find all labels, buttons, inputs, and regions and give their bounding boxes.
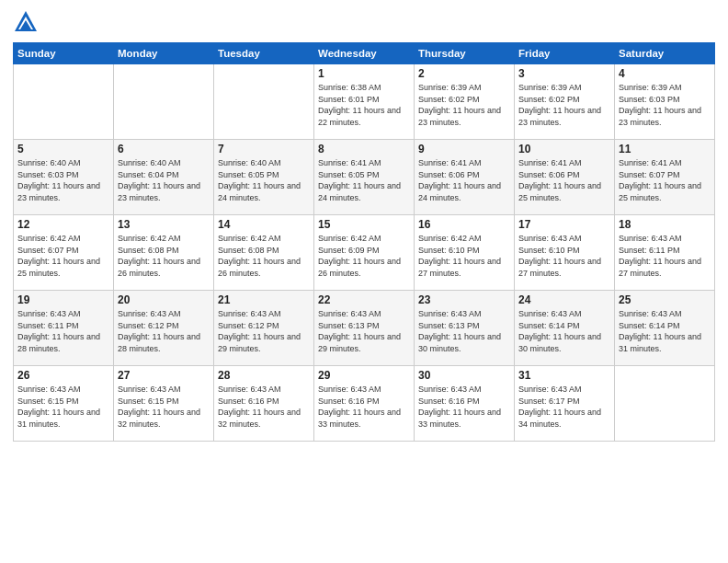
calendar-cell: 24Sunrise: 6:43 AMSunset: 6:14 PMDayligh…	[515, 291, 615, 366]
day-number: 6	[118, 143, 210, 155]
calendar-cell: 16Sunrise: 6:42 AMSunset: 6:10 PMDayligh…	[415, 215, 515, 291]
day-info: Sunrise: 6:43 AMSunset: 6:12 PMDaylight:…	[218, 308, 310, 354]
calendar-cell	[114, 64, 214, 140]
day-number: 7	[218, 143, 310, 155]
day-number: 22	[318, 293, 410, 306]
calendar-cell: 18Sunrise: 6:43 AMSunset: 6:11 PMDayligh…	[615, 215, 715, 291]
calendar-cell	[214, 64, 314, 140]
day-info: Sunrise: 6:43 AMSunset: 6:11 PMDaylight:…	[17, 308, 109, 354]
calendar-header-thursday: Thursday	[415, 43, 515, 64]
day-info: Sunrise: 6:41 AMSunset: 6:06 PMDaylight:…	[518, 157, 610, 203]
header	[13, 9, 715, 35]
calendar-cell: 9Sunrise: 6:41 AMSunset: 6:06 PMDaylight…	[415, 140, 515, 215]
day-info: Sunrise: 6:40 AMSunset: 6:03 PMDaylight:…	[17, 157, 109, 203]
day-number: 16	[418, 218, 510, 231]
day-number: 8	[318, 143, 410, 155]
calendar-week-row: 1Sunrise: 6:38 AMSunset: 6:01 PMDaylight…	[14, 64, 715, 140]
calendar-cell: 29Sunrise: 6:43 AMSunset: 6:16 PMDayligh…	[314, 366, 415, 442]
day-info: Sunrise: 6:43 AMSunset: 6:13 PMDaylight:…	[318, 308, 410, 354]
calendar-cell: 23Sunrise: 6:43 AMSunset: 6:13 PMDayligh…	[415, 291, 515, 366]
calendar-header-tuesday: Tuesday	[214, 43, 314, 64]
day-info: Sunrise: 6:43 AMSunset: 6:15 PMDaylight:…	[118, 384, 210, 430]
day-number: 1	[318, 67, 410, 80]
calendar-cell: 13Sunrise: 6:42 AMSunset: 6:08 PMDayligh…	[114, 215, 214, 291]
day-info: Sunrise: 6:43 AMSunset: 6:16 PMDaylight:…	[318, 384, 410, 430]
day-number: 28	[218, 369, 310, 382]
calendar-week-row: 5Sunrise: 6:40 AMSunset: 6:03 PMDaylight…	[14, 140, 715, 215]
day-info: Sunrise: 6:42 AMSunset: 6:07 PMDaylight:…	[17, 233, 109, 279]
calendar-cell: 31Sunrise: 6:43 AMSunset: 6:17 PMDayligh…	[515, 366, 615, 442]
calendar-cell: 25Sunrise: 6:43 AMSunset: 6:14 PMDayligh…	[615, 291, 715, 366]
day-number: 25	[619, 293, 711, 306]
day-number: 30	[418, 369, 510, 382]
calendar-header-saturday: Saturday	[615, 43, 715, 64]
day-info: Sunrise: 6:39 AMSunset: 6:03 PMDaylight:…	[619, 82, 711, 128]
calendar-cell: 14Sunrise: 6:42 AMSunset: 6:08 PMDayligh…	[214, 215, 314, 291]
calendar-cell: 26Sunrise: 6:43 AMSunset: 6:15 PMDayligh…	[14, 366, 114, 442]
calendar-cell: 27Sunrise: 6:43 AMSunset: 6:15 PMDayligh…	[114, 366, 214, 442]
page: SundayMondayTuesdayWednesdayThursdayFrid…	[0, 0, 728, 563]
calendar-cell: 5Sunrise: 6:40 AMSunset: 6:03 PMDaylight…	[14, 140, 114, 215]
day-info: Sunrise: 6:43 AMSunset: 6:10 PMDaylight:…	[518, 233, 610, 279]
day-info: Sunrise: 6:39 AMSunset: 6:02 PMDaylight:…	[518, 82, 610, 128]
day-number: 17	[518, 218, 610, 231]
day-info: Sunrise: 6:43 AMSunset: 6:14 PMDaylight:…	[518, 308, 610, 354]
day-info: Sunrise: 6:42 AMSunset: 6:09 PMDaylight:…	[318, 233, 410, 279]
day-info: Sunrise: 6:42 AMSunset: 6:10 PMDaylight:…	[418, 233, 510, 279]
calendar-week-row: 26Sunrise: 6:43 AMSunset: 6:15 PMDayligh…	[14, 366, 715, 442]
calendar-cell: 15Sunrise: 6:42 AMSunset: 6:09 PMDayligh…	[314, 215, 415, 291]
day-number: 27	[118, 369, 210, 382]
day-info: Sunrise: 6:43 AMSunset: 6:16 PMDaylight:…	[418, 384, 510, 430]
calendar-cell: 20Sunrise: 6:43 AMSunset: 6:12 PMDayligh…	[114, 291, 214, 366]
day-number: 4	[619, 67, 711, 80]
calendar-cell: 3Sunrise: 6:39 AMSunset: 6:02 PMDaylight…	[515, 64, 615, 140]
calendar-cell: 19Sunrise: 6:43 AMSunset: 6:11 PMDayligh…	[14, 291, 114, 366]
calendar-cell: 7Sunrise: 6:40 AMSunset: 6:05 PMDaylight…	[214, 140, 314, 215]
day-number: 18	[619, 218, 711, 231]
calendar-cell: 22Sunrise: 6:43 AMSunset: 6:13 PMDayligh…	[314, 291, 415, 366]
calendar-cell: 30Sunrise: 6:43 AMSunset: 6:16 PMDayligh…	[415, 366, 515, 442]
calendar-cell	[615, 366, 715, 442]
calendar-cell: 1Sunrise: 6:38 AMSunset: 6:01 PMDaylight…	[314, 64, 415, 140]
calendar-cell: 17Sunrise: 6:43 AMSunset: 6:10 PMDayligh…	[515, 215, 615, 291]
day-info: Sunrise: 6:40 AMSunset: 6:05 PMDaylight:…	[218, 157, 310, 203]
day-number: 31	[518, 369, 610, 382]
day-number: 29	[318, 369, 410, 382]
day-info: Sunrise: 6:43 AMSunset: 6:13 PMDaylight:…	[418, 308, 510, 354]
day-number: 20	[118, 293, 210, 306]
day-info: Sunrise: 6:43 AMSunset: 6:12 PMDaylight:…	[118, 308, 210, 354]
day-info: Sunrise: 6:42 AMSunset: 6:08 PMDaylight:…	[218, 233, 310, 279]
day-number: 13	[118, 218, 210, 231]
day-info: Sunrise: 6:43 AMSunset: 6:17 PMDaylight:…	[518, 384, 610, 430]
day-info: Sunrise: 6:41 AMSunset: 6:05 PMDaylight:…	[318, 157, 410, 203]
calendar-header-wednesday: Wednesday	[314, 43, 415, 64]
calendar-header-sunday: Sunday	[14, 43, 114, 64]
day-number: 24	[518, 293, 610, 306]
calendar-header-friday: Friday	[515, 43, 615, 64]
calendar-cell: 12Sunrise: 6:42 AMSunset: 6:07 PMDayligh…	[14, 215, 114, 291]
calendar-cell: 6Sunrise: 6:40 AMSunset: 6:04 PMDaylight…	[114, 140, 214, 215]
calendar-header-monday: Monday	[114, 43, 214, 64]
day-info: Sunrise: 6:43 AMSunset: 6:11 PMDaylight:…	[619, 233, 711, 279]
day-info: Sunrise: 6:43 AMSunset: 6:15 PMDaylight:…	[17, 384, 109, 430]
day-number: 19	[17, 293, 109, 306]
day-number: 15	[318, 218, 410, 231]
calendar-cell	[14, 64, 114, 140]
day-info: Sunrise: 6:43 AMSunset: 6:14 PMDaylight:…	[619, 308, 711, 354]
day-info: Sunrise: 6:42 AMSunset: 6:08 PMDaylight:…	[118, 233, 210, 279]
day-info: Sunrise: 6:41 AMSunset: 6:06 PMDaylight:…	[418, 157, 510, 203]
day-info: Sunrise: 6:39 AMSunset: 6:02 PMDaylight:…	[418, 82, 510, 128]
calendar-cell: 10Sunrise: 6:41 AMSunset: 6:06 PMDayligh…	[515, 140, 615, 215]
day-number: 23	[418, 293, 510, 306]
day-info: Sunrise: 6:38 AMSunset: 6:01 PMDaylight:…	[318, 82, 410, 128]
day-info: Sunrise: 6:43 AMSunset: 6:16 PMDaylight:…	[218, 384, 310, 430]
day-number: 26	[17, 369, 109, 382]
calendar-cell: 2Sunrise: 6:39 AMSunset: 6:02 PMDaylight…	[415, 64, 515, 140]
calendar-cell: 8Sunrise: 6:41 AMSunset: 6:05 PMDaylight…	[314, 140, 415, 215]
day-number: 2	[418, 67, 510, 80]
day-number: 21	[218, 293, 310, 306]
day-info: Sunrise: 6:41 AMSunset: 6:07 PMDaylight:…	[619, 157, 711, 203]
calendar: SundayMondayTuesdayWednesdayThursdayFrid…	[13, 42, 715, 442]
calendar-cell: 21Sunrise: 6:43 AMSunset: 6:12 PMDayligh…	[214, 291, 314, 366]
day-info: Sunrise: 6:40 AMSunset: 6:04 PMDaylight:…	[118, 157, 210, 203]
